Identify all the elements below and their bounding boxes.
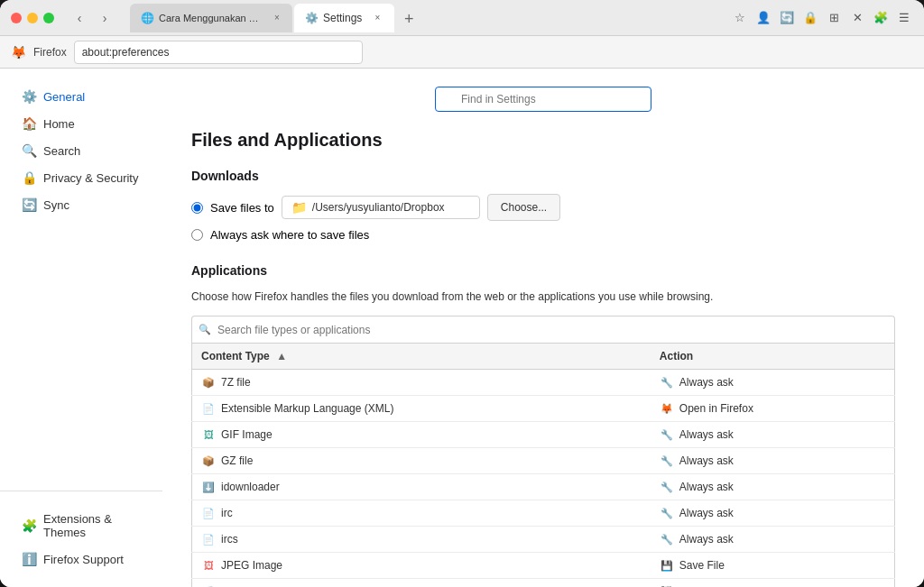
action-icon: 🔧 [660,454,674,468]
close-icon[interactable]: ✕ [848,9,866,27]
privacy-icon: 🔒 [22,170,36,185]
action-icon: 🔧 [660,480,674,494]
sort-icon: ▲ [276,350,287,362]
action-label: Always ask [679,376,734,389]
save-files-radio[interactable] [191,202,203,214]
sidebar-label-extensions: Extensions & Themes [43,512,141,539]
always-ask-row: Always ask where to save files [191,228,895,242]
grid-icon[interactable]: ⊞ [825,9,843,27]
action-label: Always ask [679,533,734,546]
content-type-label: GIF Image [221,428,273,441]
maximize-button[interactable] [43,13,54,23]
file-type-icon: ⬇️ [201,480,216,494]
table-row[interactable]: ⬇️ idownloader 🔧 Always ask [192,474,895,500]
folder-row: 📁 /Users/yusyulianto/Dropbox Choose... [282,194,560,221]
addon-icon[interactable]: 🧩 [872,9,890,27]
content-type-label: 7Z file [221,376,251,389]
action-icon: 🔧 [660,375,674,390]
sidebar-items: ⚙️ General 🏠 Home 🔍 Search 🔒 Privacy & S… [0,83,162,218]
applications-description: Choose how Firefox handles the files you… [191,289,895,305]
tab-yandex[interactable]: 🌐 Cara Menggunakan Yandex uni... × [130,4,292,32]
back-button[interactable]: ‹ [69,7,90,29]
profile-icon[interactable]: 👤 [754,9,772,27]
page-title: Files and Applications [191,130,895,151]
save-files-row: Save files to 📁 /Users/yusyulianto/Dropb… [191,194,895,221]
file-type-icon: 🖼 [201,558,216,573]
browser-window: ‹ › 🌐 Cara Menggunakan Yandex uni... × ⚙… [0,0,924,587]
find-input[interactable] [435,87,651,112]
table-row[interactable]: 📄 irc 🔧 Always ask [192,500,895,527]
sync-icon[interactable]: 🔄 [778,9,796,27]
folder-icon: 📁 [291,200,307,215]
col-content-type[interactable]: Content Type ▲ [192,344,651,370]
file-type-icon: 📄 [201,506,216,520]
sidebar-item-privacy[interactable]: 🔒 Privacy & Security [7,164,155,191]
action-icon: 🔧 [660,506,674,520]
table-row[interactable]: 📄 ircs 🔧 Always ask [192,527,895,553]
file-type-icon: 📦 [201,454,216,468]
sidebar-item-search[interactable]: 🔍 Search [7,137,155,164]
app-search-input[interactable] [191,316,895,343]
tabs-area: 🌐 Cara Menggunakan Yandex uni... × ⚙️ Se… [130,4,716,32]
table-row[interactable]: 📦 7Z file 🔧 Always ask [192,370,895,396]
tab-settings-label: Settings [323,12,362,24]
minimize-button[interactable] [27,13,38,23]
menu-icon[interactable]: ☰ [895,9,913,27]
toolbar-icons: ☆ 👤 🔄 🔒 ⊞ ✕ 🧩 ☰ [731,9,913,27]
tab-settings-close[interactable]: × [371,12,383,24]
sidebar-item-support[interactable]: ℹ️ Firefox Support [7,546,155,573]
search-nav-icon: 🔍 [22,143,36,158]
forward-button[interactable]: › [94,7,116,29]
file-type-icon: 📦 [201,375,216,390]
find-in-settings: 🔍 [191,87,895,112]
save-files-label: Save files to [210,201,274,215]
new-tab-button[interactable]: + [396,7,421,32]
applications-table: Content Type ▲ Action 📦 7Z file [191,343,895,587]
tab-settings-favicon: ⚙️ [305,12,318,24]
file-type-icon: 📄 [201,532,216,546]
downloads-section: Downloads Save files to 📁 /Users/yusyuli… [191,169,895,242]
address-bar: 🦊 Firefox [0,36,924,69]
action-icon: 🔧 [660,427,674,442]
sidebar-item-general[interactable]: ⚙️ General [7,83,155,110]
tab-yandex-close[interactable]: × [273,12,282,24]
sidebar-label-support: Firefox Support [43,553,124,566]
action-icon: 💾 [660,558,674,573]
always-ask-label: Always ask where to save files [210,228,369,242]
sync-nav-icon: 🔄 [22,197,36,212]
home-icon: 🏠 [22,116,36,131]
sidebar-label-privacy: Privacy & Security [43,171,138,185]
tab-yandex-favicon: 🌐 [141,12,153,24]
tab-settings[interactable]: ⚙️ Settings × [294,4,394,32]
folder-path: 📁 /Users/yusyulianto/Dropbox [282,196,480,219]
action-icon: 🔧 [660,532,674,546]
always-ask-radio[interactable] [191,229,203,241]
app-search-icon: 🔍 [199,324,211,335]
lock-icon[interactable]: 🔒 [801,9,819,27]
action-label: Save File [679,559,725,572]
table-row[interactable]: 🎵 M4A file 💾 Save File [192,579,895,588]
table-row[interactable]: 📦 GZ file 🔧 Always ask [192,448,895,474]
sidebar: ⚙️ General 🏠 Home 🔍 Search 🔒 Privacy & S… [0,69,162,587]
downloads-title: Downloads [191,169,895,183]
col-action[interactable]: Action [651,344,895,370]
table-row[interactable]: 🖼 JPEG Image 💾 Save File [192,553,895,579]
tab-yandex-label: Cara Menggunakan Yandex uni... [159,13,263,23]
action-label: Always ask [679,481,734,493]
applications-section: Applications Choose how Firefox handles … [191,263,895,587]
table-row[interactable]: 📄 Extensible Markup Language (XML) 🦊 Ope… [192,396,895,422]
bookmark-icon[interactable]: ☆ [731,9,749,27]
sidebar-label-search: Search [43,144,80,158]
choose-button[interactable]: Choose... [487,194,560,221]
sidebar-item-home[interactable]: 🏠 Home [7,110,155,137]
file-type-icon: 📄 [201,401,216,416]
table-row[interactable]: 🖼 GIF Image 🔧 Always ask [192,422,895,448]
sidebar-item-extensions[interactable]: 🧩 Extensions & Themes [7,506,155,546]
sidebar-item-sync[interactable]: 🔄 Sync [7,191,155,218]
close-button[interactable] [11,13,22,23]
support-icon: ℹ️ [22,552,36,566]
traffic-lights [11,13,54,23]
action-label: Always ask [679,428,734,441]
address-input[interactable] [74,41,363,64]
action-label: Open in Firefox [679,402,753,415]
